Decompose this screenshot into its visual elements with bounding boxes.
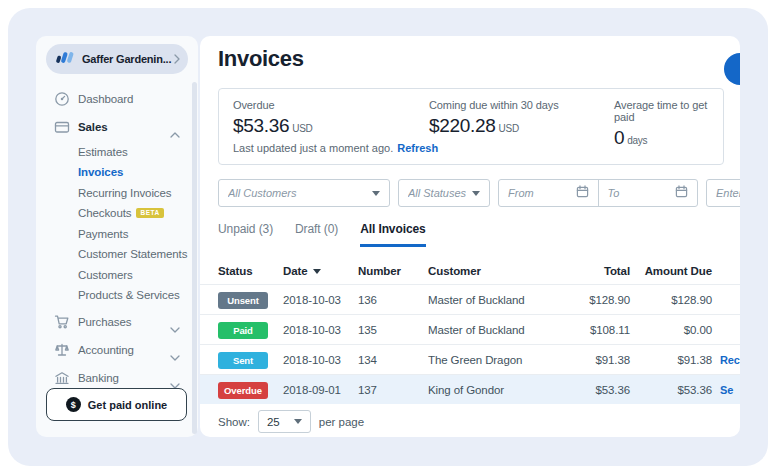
date-range-filter: From To [498,179,698,207]
amount-due-cell: $53.36 [632,375,712,405]
amount-due-cell: $0.00 [632,315,712,345]
bank-icon [54,370,70,386]
sidebar-item-invoices[interactable]: Invoices [36,162,196,182]
column-status[interactable]: Status [218,258,280,284]
sidebar-item-label: Accounting [78,344,134,356]
column-date[interactable]: Date [283,258,353,284]
get-paid-online-button[interactable]: $ Get paid online [46,388,187,421]
stat-coming-due: Coming due within 30 days $220.28USD [429,99,559,137]
stat-label: Coming due within 30 days [429,99,559,111]
column-total[interactable]: Total [550,258,630,284]
sidebar: Gaffer Gardenin... Dashboard [36,36,198,437]
table-row[interactable]: Unsent 2018-10-03 136 Master of Buckland… [200,284,740,314]
chevron-down-icon [472,191,480,196]
business-selector[interactable]: Gaffer Gardenin... [46,44,188,74]
beta-badge: BETA [136,208,163,219]
stat-overdue: Overdue $53.36USD [233,99,313,137]
status-badge: Unsent [218,292,268,309]
shopping-cart-icon [54,314,70,330]
sidebar-item-purchases[interactable]: Purchases [36,312,196,332]
create-invoice-button[interactable] [724,53,740,85]
status-cell: Paid [218,315,280,345]
sidebar-item-recurring-invoices[interactable]: Recurring Invoices [36,183,196,203]
sidebar-item-dashboard[interactable]: Dashboard [36,89,196,109]
status-cell: Sent [218,345,280,375]
sub-item-label: Recurring Invoices [78,187,171,199]
column-amount-due[interactable]: Amount Due [632,258,712,284]
sub-item-label: Customer Statements [78,248,187,260]
sidebar-item-customer-statements[interactable]: Customer Statements [36,244,196,264]
row-action-link[interactable]: Rec [720,345,740,375]
main-content: Invoices Overdue $53.36USD Coming due wi… [200,36,740,437]
customers-filter-dropdown[interactable]: All Customers [218,179,390,207]
table-row[interactable]: Paid 2018-10-03 135 Master of Buckland $… [200,314,740,344]
pagination: Show: 25 per page [218,410,364,433]
total-cell: $53.36 [550,375,630,405]
sub-item-label: Customers [78,269,133,281]
status-cell: Unsent [218,285,280,315]
number-cell: 137 [358,375,413,405]
total-cell: $91.38 [550,345,630,375]
business-name: Gaffer Gardenin... [82,53,174,65]
column-number[interactable]: Number [358,258,413,284]
invoice-number-input[interactable]: Enter I [706,179,740,207]
number-cell: 136 [358,285,413,315]
balance-scale-icon [54,342,70,358]
amount-due-cell: $91.38 [632,345,712,375]
sidebar-item-payments[interactable]: Payments [36,224,196,244]
date-cell: 2018-10-03 [283,315,353,345]
page-size-select[interactable]: 25 [258,410,311,433]
statuses-filter-dropdown[interactable]: All Statuses [398,179,490,207]
date-cell: 2018-10-03 [283,285,353,315]
sidebar-item-estimates[interactable]: Estimates [36,142,196,162]
date-to-input[interactable]: To [598,180,698,206]
chevron-up-icon [170,124,180,142]
sidebar-item-sales[interactable]: Sales [36,117,196,137]
chevron-down-icon [372,191,380,196]
customers-filter-value: All Customers [228,187,366,199]
date-cell: 2018-09-01 [283,375,353,405]
sub-item-label: Checkouts BETA [78,207,164,219]
statuses-filter-value: All Statuses [408,187,466,199]
app-window: Gaffer Gardenin... Dashboard [0,0,776,474]
stat-value: $220.28USD [429,115,559,137]
per-page-label: per page [319,416,364,428]
chevron-down-icon [170,319,180,337]
status-badge: Overdue [218,382,268,399]
status-badge: Sent [218,352,268,369]
sidebar-item-customers[interactable]: Customers [36,265,196,285]
table-row[interactable]: Sent 2018-10-03 134 The Green Dragon $91… [200,344,740,374]
table-row-highlighted[interactable]: Overdue 2018-09-01 137 King of Gondor $5… [200,374,740,404]
invoice-number-placeholder: Enter I [716,187,740,199]
date-cell: 2018-10-03 [283,345,353,375]
tab-all-invoices[interactable]: All Invoices [360,222,426,247]
date-from-input[interactable]: From [499,180,598,206]
sub-item-label: Products & Services [78,289,180,301]
invoice-stats-panel: Overdue $53.36USD Coming due within 30 d… [218,88,724,165]
chevron-down-icon [294,419,302,424]
sort-descending-icon [313,269,321,274]
sidebar-item-label: Sales [78,121,108,133]
sidebar-item-checkouts[interactable]: Checkouts BETA [36,203,196,223]
sub-item-label: Payments [78,228,128,240]
dashboard-gauge-icon [54,91,70,107]
chevron-right-icon [174,50,180,68]
sidebar-item-label: Dashboard [78,93,133,105]
row-action-link[interactable]: Se [720,375,740,405]
refresh-link[interactable]: Refresh [397,142,438,154]
tab-unpaid[interactable]: Unpaid (3) [218,222,273,247]
number-cell: 134 [358,345,413,375]
get-paid-label: Get paid online [88,399,167,411]
page-title: Invoices [218,46,304,72]
dollar-coin-icon: $ [66,397,81,412]
stat-label: Overdue [233,99,313,111]
status-cell: Overdue [218,375,280,405]
widget-panel: Gaffer Gardenin... Dashboard [8,8,768,466]
sidebar-item-products-services[interactable]: Products & Services [36,285,196,305]
sidebar-item-accounting[interactable]: Accounting [36,340,196,360]
sidebar-item-banking[interactable]: Banking [36,368,196,388]
chevron-down-icon [170,347,180,365]
show-label: Show: [218,416,250,428]
date-from-placeholder: From [508,187,576,199]
tab-draft[interactable]: Draft (0) [295,222,338,247]
